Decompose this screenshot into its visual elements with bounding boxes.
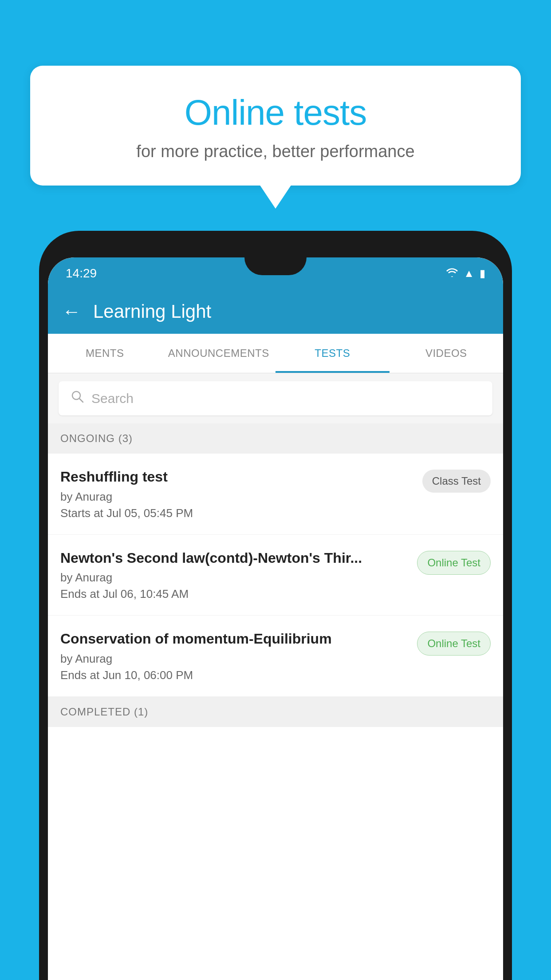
search-placeholder: Search: [91, 391, 134, 406]
app-title: Learning Light: [93, 301, 211, 322]
completed-section-header: COMPLETED (1): [48, 697, 503, 727]
test-info: Newton's Second law(contd)-Newton's Thir…: [60, 549, 408, 601]
bubble-subtitle: for more practice, better performance: [52, 142, 499, 161]
search-container: Search: [48, 373, 503, 423]
wifi-icon: [446, 267, 458, 280]
ongoing-section-header: ONGOING (3): [48, 423, 503, 454]
search-icon: [71, 390, 84, 407]
battery-icon: ▮: [480, 267, 485, 280]
signal-icon: ▲: [464, 267, 474, 280]
test-info: Conservation of momentum-Equilibrium by …: [60, 630, 408, 682]
test-author: by Anurag: [60, 652, 408, 666]
test-author: by Anurag: [60, 571, 408, 585]
tabs-container: MENTS ANNOUNCEMENTS TESTS VIDEOS: [48, 334, 503, 373]
tab-announcements[interactable]: ANNOUNCEMENTS: [162, 334, 276, 373]
phone-frame: 14:29 ▲ ▮ ← Learning Li: [39, 231, 512, 980]
test-badge-class: Class Test: [422, 470, 491, 493]
test-item[interactable]: Conservation of momentum-Equilibrium by …: [48, 616, 503, 697]
app-bar: ← Learning Light: [48, 289, 503, 334]
bubble-title: Online tests: [52, 92, 499, 133]
back-button[interactable]: ←: [62, 301, 81, 322]
test-author: by Anurag: [60, 490, 413, 504]
tab-videos[interactable]: VIDEOS: [390, 334, 504, 373]
test-info: Reshuffling test by Anurag Starts at Jul…: [60, 468, 413, 520]
test-date: Starts at Jul 05, 05:45 PM: [60, 506, 413, 520]
test-name: Reshuffling test: [60, 468, 413, 486]
test-badge-online-2: Online Test: [417, 632, 491, 656]
svg-line-1: [79, 399, 83, 402]
test-name: Newton's Second law(contd)-Newton's Thir…: [60, 549, 408, 568]
test-date: Ends at Jul 06, 10:45 AM: [60, 587, 408, 601]
speech-bubble: Online tests for more practice, better p…: [30, 66, 521, 186]
phone-notch: [244, 257, 307, 275]
test-item[interactable]: Newton's Second law(contd)-Newton's Thir…: [48, 535, 503, 616]
status-time: 14:29: [66, 266, 97, 281]
phone-screen: 14:29 ▲ ▮ ← Learning Li: [48, 257, 503, 980]
search-bar[interactable]: Search: [59, 381, 492, 415]
test-date: Ends at Jun 10, 06:00 PM: [60, 668, 408, 682]
test-badge-online: Online Test: [417, 551, 491, 575]
test-name: Conservation of momentum-Equilibrium: [60, 630, 408, 648]
test-item[interactable]: Reshuffling test by Anurag Starts at Jul…: [48, 454, 503, 535]
tab-ments[interactable]: MENTS: [48, 334, 162, 373]
content-area: Reshuffling test by Anurag Starts at Jul…: [48, 454, 503, 980]
status-icons: ▲ ▮: [446, 267, 485, 280]
tab-tests[interactable]: TESTS: [276, 334, 390, 373]
